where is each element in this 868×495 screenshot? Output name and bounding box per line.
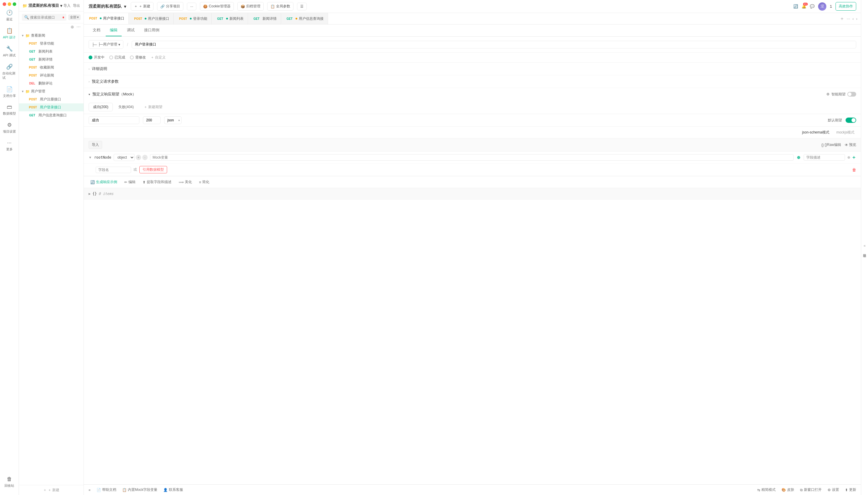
- resp-name-input[interactable]: [89, 116, 139, 124]
- delete-field-icon[interactable]: 🗑: [852, 168, 856, 172]
- share-project-button[interactable]: 🔗 分享项目: [157, 2, 183, 11]
- tab-api-case[interactable]: 接口用例: [140, 24, 163, 36]
- root-expand-icon[interactable]: ▼: [89, 156, 92, 159]
- field-name-input[interactable]: [96, 167, 131, 173]
- all-tag[interactable]: 全部 ▾: [68, 15, 81, 20]
- root-add-field-btn[interactable]: ＋: [851, 154, 856, 161]
- footer-contact[interactable]: 👤 联系客服: [163, 487, 183, 492]
- right-panel-collapse[interactable]: «: [862, 242, 867, 249]
- sidebar-item-recent[interactable]: 🕐 最近: [1, 7, 18, 24]
- ref-model-btn[interactable]: 引用数据模型: [139, 166, 167, 173]
- tree-group-news-header[interactable]: ▼ 📁 查看新闻: [19, 32, 84, 39]
- new-button[interactable]: ＋ ＋ 新建: [131, 2, 154, 11]
- new-api-btn[interactable]: ＋ ＋ 新建: [19, 485, 84, 495]
- global-param-button[interactable]: 📋 全局参数: [267, 2, 293, 11]
- import-btn[interactable]: 导入: [64, 3, 71, 8]
- tab-news-list[interactable]: GET 新闻列表: [212, 13, 248, 24]
- traffic-light-green-btn[interactable]: [13, 2, 16, 6]
- sidebar-item-api-design[interactable]: 📋 API 设计: [1, 25, 18, 42]
- refresh-icon-wrap[interactable]: 🔄: [793, 4, 798, 8]
- sidebar-item-data-model[interactable]: 🗃 数据模型: [1, 102, 18, 118]
- root-type-select[interactable]: object array string: [114, 154, 135, 161]
- tree-item-register[interactable]: POST 用户注册接口: [19, 96, 84, 103]
- notification-icon-wrap[interactable]: 🔔 21: [802, 4, 806, 8]
- tab-debug[interactable]: 调试: [123, 24, 139, 36]
- raw-edit-btn[interactable]: {} {}Raw编辑: [821, 142, 841, 147]
- mock-tab-fail[interactable]: 失败(404): [114, 103, 138, 112]
- footer-collapse-btn[interactable]: «: [89, 488, 91, 492]
- root-type-badge-dot[interactable]: ·: [142, 155, 147, 160]
- extract-btn[interactable]: ⬆ 提取字段和描述: [141, 179, 173, 186]
- tree-item-collect-news[interactable]: POST 收藏新闻: [19, 64, 84, 71]
- smart-toggle[interactable]: [847, 92, 856, 97]
- mock-tab-add[interactable]: ＋ 新建期望: [139, 103, 167, 112]
- root-add-icon[interactable]: ⊕: [796, 155, 801, 160]
- footer-new-window[interactable]: ⧉ 新窗口打开: [800, 487, 822, 492]
- default-toggle[interactable]: [846, 118, 856, 123]
- sidebar-item-recycle[interactable]: 🗑 回收站: [1, 474, 18, 490]
- settings-icon[interactable]: ⋯: [76, 24, 81, 29]
- simplify-btn[interactable]: ≡ 简化: [197, 179, 211, 186]
- next-tab-icon[interactable]: ›: [856, 17, 857, 21]
- edit-btn[interactable]: ✏ 编辑: [123, 179, 137, 186]
- tab-user-register[interactable]: POST 用户注册接口: [129, 13, 174, 24]
- menu-button[interactable]: ☰: [297, 3, 307, 10]
- footer-skin[interactable]: 🎨 皮肤: [781, 487, 794, 492]
- import-schema-btn[interactable]: 导入: [89, 141, 102, 149]
- status-completed[interactable]: 已完成: [109, 55, 125, 60]
- sidebar-item-doc-share[interactable]: 📄 文档分享: [1, 84, 18, 100]
- search-input[interactable]: [30, 15, 62, 19]
- tab-edit[interactable]: 编辑: [106, 24, 122, 36]
- project-name[interactable]: 📁 涅柔斯的私有项目 ▾: [22, 3, 62, 8]
- json-schema-mode-btn[interactable]: json-schema模式: [800, 129, 831, 136]
- sidebar-item-more[interactable]: ··· 更多: [1, 137, 18, 154]
- tree-item-user-login[interactable]: POST 用户登录接口: [19, 103, 84, 112]
- section-request-header[interactable]: › 预定义请求参数: [84, 75, 861, 88]
- mockjs-mode-btn[interactable]: mockjs模式: [835, 129, 856, 136]
- json-expand-arrow[interactable]: ▶: [89, 192, 91, 196]
- tree-item-news-list[interactable]: GET 新闻列表: [19, 48, 84, 55]
- footer-simple-mode[interactable]: ⇆ 精简模式: [757, 487, 776, 492]
- tab-doc[interactable]: 文档: [89, 24, 105, 36]
- section-mock-header[interactable]: ▾ 预定义响应期望（Mock） ⚙ 智能期望: [84, 88, 861, 100]
- root-desc-input[interactable]: [804, 154, 845, 161]
- footer-settings[interactable]: ⚙ 设置: [828, 487, 839, 492]
- tree-item-comment-news[interactable]: POST 评论新闻: [19, 71, 84, 80]
- prev-tab-icon[interactable]: ‹: [852, 17, 853, 21]
- beautify-btn[interactable]: ⟹ 美化: [177, 179, 194, 186]
- mock-tab-success[interactable]: 成功(200): [89, 103, 113, 112]
- archive-button[interactable]: 📦 归档管理: [237, 2, 264, 11]
- footer-mock-vars[interactable]: 📋 内置Mock字段变量: [122, 487, 158, 492]
- tree-item-login[interactable]: POST 登录功能: [19, 39, 84, 48]
- preview-btn[interactable]: 👁 预览: [845, 142, 856, 147]
- root-mock-input[interactable]: [150, 154, 794, 161]
- api-name-input[interactable]: [132, 41, 856, 48]
- add-custom-status[interactable]: ＋ 自定义: [151, 55, 166, 60]
- tab-news-detail[interactable]: GET 新闻详情: [248, 13, 281, 24]
- footer-more[interactable]: ⬆ 更新: [845, 487, 856, 492]
- status-needs-change[interactable]: 需修改: [130, 55, 146, 60]
- avatar[interactable]: 涅: [818, 2, 827, 11]
- footer-help-doc[interactable]: 📄 帮助文档: [97, 487, 116, 492]
- sidebar-item-auto-test[interactable]: 🔗 自动化测试: [1, 61, 18, 82]
- tab-login-func[interactable]: POST 登录功能: [174, 13, 211, 24]
- export-btn[interactable]: 导出: [73, 3, 80, 8]
- more-top-button[interactable]: ···: [187, 3, 196, 10]
- generate-example-btn[interactable]: 🔄 生成响应示例: [89, 179, 119, 186]
- tab-user-info[interactable]: GET 用户信息查询接: [281, 13, 328, 24]
- tree-item-user-info[interactable]: GET 用户信息查询接口: [19, 112, 84, 119]
- sort-icon[interactable]: ⊕: [71, 24, 74, 29]
- more-tabs-icon[interactable]: ···: [847, 16, 850, 21]
- status-developing[interactable]: 开发中: [89, 55, 105, 60]
- resp-type-select[interactable]: json xml text html: [164, 116, 181, 124]
- add-tab-icon[interactable]: ＋: [840, 16, 845, 22]
- tree-item-news-detail[interactable]: GET 新闻详情: [19, 55, 84, 64]
- sidebar-item-project-settings[interactable]: ⚙ 项目设置: [1, 119, 18, 136]
- section-detail-header[interactable]: › 详细说明: [84, 63, 861, 75]
- root-expand-btn[interactable]: ⊕: [847, 155, 850, 159]
- efficient-button[interactable]: 高效协作: [835, 2, 856, 11]
- tab-user-login[interactable]: POST 用户登录接口: [84, 13, 129, 24]
- message-icon-wrap[interactable]: 💬: [810, 4, 815, 8]
- root-type-badge-plus[interactable]: ＋: [136, 155, 141, 160]
- tree-group-users-header[interactable]: ▼ 📁 用户管理: [19, 87, 84, 96]
